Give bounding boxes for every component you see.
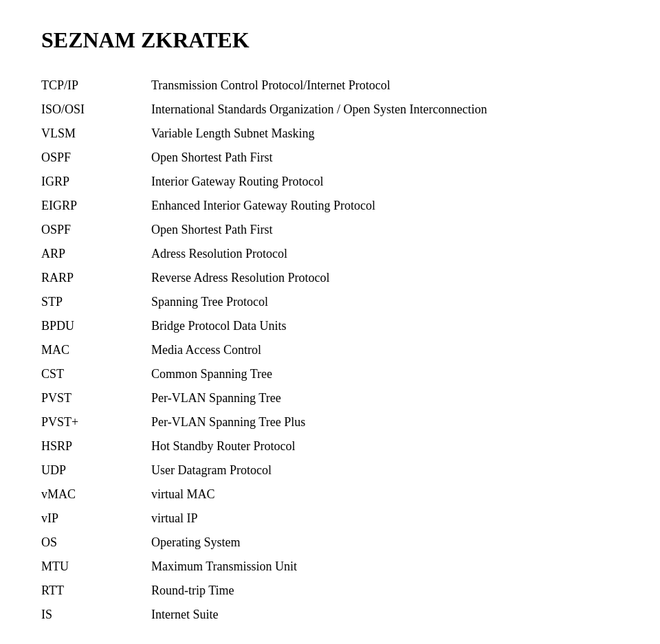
table-row: TCP/IPTransmission Control Protocol/Inte… [41, 74, 619, 98]
acronym-cell: VLSM [41, 122, 151, 146]
table-row: STPSpanning Tree Protocol [41, 290, 619, 314]
definition-cell: virtual IP [151, 507, 619, 531]
definition-cell: Open Shortest Path First [151, 146, 619, 170]
table-row: MTUMaximum Transmission Unit [41, 555, 619, 579]
table-row: PVSTPer-VLAN Spanning Tree [41, 386, 619, 410]
acronym-cell: vMAC [41, 482, 151, 507]
acronym-cell: OSPF [41, 146, 151, 170]
table-row: ISInternet Suite [41, 603, 619, 627]
definition-cell: Transmission Control Protocol/Internet P… [151, 74, 619, 98]
acronym-cell: ISO/OSI [41, 98, 151, 122]
acronym-cell: BPDU [41, 314, 151, 338]
table-row: PVST+Per-VLAN Spanning Tree Plus [41, 410, 619, 434]
acronym-cell: IGRP [41, 170, 151, 194]
acronym-cell: STP [41, 290, 151, 314]
definition-cell: Bridge Protocol Data Units [151, 314, 619, 338]
definition-cell: Round-trip Time [151, 579, 619, 603]
definition-cell: User Datagram Protocol [151, 458, 619, 482]
table-row: ISO/OSIInternational Standards Organizat… [41, 98, 619, 122]
table-row: vMACvirtual MAC [41, 482, 619, 507]
definition-cell: Media Access Control [151, 338, 619, 362]
table-row: OSPFOpen Shortest Path First [41, 218, 619, 242]
definition-cell: Per-VLAN Spanning Tree [151, 386, 619, 410]
table-row: OSOperating System [41, 531, 619, 555]
acronym-cell: PVST [41, 386, 151, 410]
definition-cell: Internet Suite [151, 603, 619, 627]
acronym-cell: UDP [41, 458, 151, 482]
table-row: CSTCommon Spanning Tree [41, 362, 619, 386]
acronym-cell: RTT [41, 579, 151, 603]
acronym-cell: MTU [41, 555, 151, 579]
acronym-cell: vIP [41, 507, 151, 531]
definition-cell: Reverse Adress Resolution Protocol [151, 266, 619, 290]
definition-cell: Adress Resolution Protocol [151, 242, 619, 266]
table-row: MACMedia Access Control [41, 338, 619, 362]
acronym-cell: HSRP [41, 434, 151, 458]
definition-cell: Variable Length Subnet Masking [151, 122, 619, 146]
table-row: OSPFOpen Shortest Path First [41, 146, 619, 170]
table-row: HSRPHot Standby Router Protocol [41, 434, 619, 458]
acronym-cell: TCP/IP [41, 74, 151, 98]
acronym-cell: IS [41, 603, 151, 627]
definition-cell: Common Spanning Tree [151, 362, 619, 386]
definition-cell: Open Shortest Path First [151, 218, 619, 242]
acronym-cell: OS [41, 531, 151, 555]
table-row: ARPAdress Resolution Protocol [41, 242, 619, 266]
definition-cell: Enhanced Interior Gateway Routing Protoc… [151, 194, 619, 218]
acronym-cell: MAC [41, 338, 151, 362]
acronym-table: TCP/IPTransmission Control Protocol/Inte… [41, 74, 619, 627]
definition-cell: International Standards Organization / O… [151, 98, 619, 122]
definition-cell: Spanning Tree Protocol [151, 290, 619, 314]
acronym-cell: EIGRP [41, 194, 151, 218]
definition-cell: virtual MAC [151, 482, 619, 507]
definition-cell: Hot Standby Router Protocol [151, 434, 619, 458]
definition-cell: Operating System [151, 531, 619, 555]
table-row: VLSMVariable Length Subnet Masking [41, 122, 619, 146]
table-row: vIPvirtual IP [41, 507, 619, 531]
definition-cell: Per-VLAN Spanning Tree Plus [151, 410, 619, 434]
acronym-cell: OSPF [41, 218, 151, 242]
acronym-cell: ARP [41, 242, 151, 266]
acronym-cell: CST [41, 362, 151, 386]
acronym-cell: RARP [41, 266, 151, 290]
definition-cell: Interior Gateway Routing Protocol [151, 170, 619, 194]
table-row: IGRPInterior Gateway Routing Protocol [41, 170, 619, 194]
table-row: BPDUBridge Protocol Data Units [41, 314, 619, 338]
page-title: SEZNAM ZKRATEK [41, 27, 619, 53]
table-row: EIGRPEnhanced Interior Gateway Routing P… [41, 194, 619, 218]
definition-cell: Maximum Transmission Unit [151, 555, 619, 579]
acronym-cell: PVST+ [41, 410, 151, 434]
table-row: RTTRound-trip Time [41, 579, 619, 603]
table-row: RARPReverse Adress Resolution Protocol [41, 266, 619, 290]
table-row: UDPUser Datagram Protocol [41, 458, 619, 482]
